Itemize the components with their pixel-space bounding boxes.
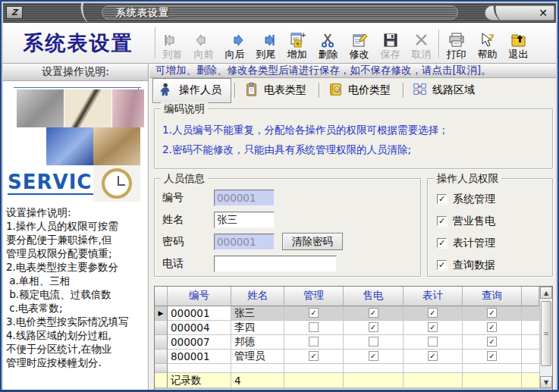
tab-操作人员[interactable]: 操作人员 xyxy=(152,78,231,103)
grid-checkbox-icon[interactable]: ✓ xyxy=(487,337,497,347)
grid-checkbox-icon[interactable]: ✓ xyxy=(428,351,438,361)
permission-表计管理[interactable]: ✓表计管理 xyxy=(437,232,546,254)
checkbox-icon[interactable]: ✓ xyxy=(437,238,447,248)
checkbox-icon[interactable]: ✓ xyxy=(437,216,447,226)
column-header-表计[interactable]: 表计 xyxy=(404,287,463,306)
person-fields: 编号姓名密码清除密码电话 xyxy=(162,187,414,274)
app-logo-icon[interactable]: Z xyxy=(6,6,23,19)
tab-label: 操作人员 xyxy=(179,83,221,97)
vertical-scroll-track[interactable] xyxy=(540,368,552,376)
toolbar-button-删除[interactable]: 删除 xyxy=(312,25,344,63)
checkbox-icon[interactable]: ✓ xyxy=(437,194,447,204)
cell-id: 000004 xyxy=(168,321,231,335)
field-input-编号[interactable] xyxy=(214,190,275,206)
grid-checkbox-icon[interactable]: ✓ xyxy=(487,322,497,332)
toolbar-button-到首: 到首 xyxy=(157,25,188,63)
permission-系统管理[interactable]: ✓系统管理 xyxy=(437,188,546,210)
tab-电表类型[interactable]: 电表类型 xyxy=(238,79,316,102)
tab-电价类型[interactable]: @电价类型 xyxy=(322,79,400,102)
cell-check: ✓ xyxy=(463,335,522,350)
toolbar-button-到尾[interactable]: 到尾 xyxy=(250,25,281,63)
grid-cell xyxy=(344,364,404,374)
cell-check xyxy=(344,335,404,350)
column-header-售电[interactable]: 售电 xyxy=(344,287,404,306)
grid-header-row: 编号姓名管理售电表计查询 xyxy=(155,287,539,306)
coding-note-line: 1.人员编号不能重复，分配给各操作员的权限可根据需要选择； xyxy=(162,120,546,140)
cell-check: ✓ xyxy=(404,306,463,321)
scroll-right-icon[interactable]: ▶ xyxy=(528,389,540,392)
grid-checkbox-icon[interactable]: ✓ xyxy=(487,351,497,361)
column-header-编号[interactable]: 编号 xyxy=(168,287,231,306)
scroll-left-icon[interactable]: ◀ xyxy=(155,389,167,392)
toolbar-button-修改[interactable]: 修改 xyxy=(344,25,375,63)
nav-first-icon xyxy=(165,30,181,49)
permission-查询数据[interactable]: ✓查询数据 xyxy=(437,254,546,276)
cell-check xyxy=(284,321,344,335)
column-header-管理[interactable]: 管理 xyxy=(284,287,344,306)
cell-name: 张三 xyxy=(231,306,284,321)
grid-checkbox-icon[interactable]: ✓ xyxy=(369,308,378,318)
permission-label: 系统管理 xyxy=(453,193,495,206)
grid-checkbox-icon[interactable]: ✓ xyxy=(309,351,319,361)
grid-cell xyxy=(463,373,522,388)
instruction-line: 1.操作人员的权限可按需 xyxy=(6,219,146,233)
mid-row: 人员信息 编号姓名密码清除密码电话 操作人员权限 ✓系统管理✓营业售电✓表计管理… xyxy=(154,178,553,277)
horizontal-scroll-track[interactable] xyxy=(193,389,528,392)
instruction-line: 不便于分区统计,在物业 xyxy=(6,342,146,356)
checkbox-icon[interactable]: ✓ xyxy=(437,260,447,270)
column-header-姓名[interactable]: 姓名 xyxy=(231,287,284,306)
coding-notes-lines: 1.人员编号不能重复，分配给各操作员的权限可根据需要选择；2.密码不能修改，只能… xyxy=(162,120,546,159)
clear-password-button[interactable]: 清除密码 xyxy=(282,233,343,250)
cell-name: 邦德 xyxy=(231,335,284,350)
grid-checkbox-icon[interactable]: ✓ xyxy=(428,308,438,318)
field-input-电话[interactable] xyxy=(214,256,337,272)
permission-items: ✓系统管理✓营业售电✓表计管理✓查询数据 xyxy=(437,188,546,276)
column-header-查询[interactable]: 查询 xyxy=(463,287,522,306)
grid-checkbox-icon[interactable] xyxy=(428,337,438,347)
grid-checkbox-icon[interactable]: ✓ xyxy=(309,308,319,318)
toolbar-button-向前: 向前 xyxy=(188,25,219,63)
horizontal-scrollbar[interactable]: ◀ ▶ xyxy=(155,388,552,392)
grid-checkbox-icon[interactable]: ✓ xyxy=(487,308,497,318)
grid-cell xyxy=(404,364,463,374)
toolbar-button-帮助[interactable]: ?帮助 xyxy=(472,25,503,63)
scroll-up-icon[interactable]: ▲ xyxy=(540,287,552,299)
field-row-姓名: 姓名 xyxy=(162,209,414,230)
table-row[interactable]: 000007邦德✓ xyxy=(155,335,539,350)
svg-text:?: ? xyxy=(488,32,495,43)
field-input-姓名[interactable] xyxy=(214,212,275,228)
tab-label: 线路区域 xyxy=(432,83,475,97)
vertical-scrollbar[interactable]: ▲ ≡ ▼ xyxy=(539,287,552,388)
notice-bar: 可增加、删除、修改各类型后请进行保存，如不保存修改，请点击[取消]。 xyxy=(149,64,556,78)
permission-营业售电[interactable]: ✓营业售电 xyxy=(437,210,546,232)
field-label: 电话 xyxy=(162,257,214,271)
grid-checkbox-icon[interactable] xyxy=(369,337,378,347)
grid-checkbox-icon[interactable] xyxy=(309,322,319,332)
record-count-label: 记录数 xyxy=(168,373,231,388)
tab-线路区域[interactable]: + +线路区域 xyxy=(407,79,484,102)
close-icon[interactable]: ✕ xyxy=(539,8,548,18)
grid-checkbox-icon[interactable]: ✓ xyxy=(369,351,378,361)
help-icon: ? xyxy=(479,30,496,49)
vertical-scroll-thumb[interactable]: ≡ xyxy=(541,301,551,366)
row-indicator xyxy=(155,350,168,364)
toolbar-button-向后[interactable]: 向后 xyxy=(219,25,250,63)
sidebar-body: SERVICE 设置操作说明:1.操作人员的权限可按需要分配便于兼职操作,但管理… xyxy=(3,81,148,391)
scroll-down-icon[interactable]: ▼ xyxy=(540,376,552,388)
grid-checkbox-icon[interactable] xyxy=(309,337,319,347)
grid-cell xyxy=(344,373,404,388)
grid-checkbox-icon[interactable]: ✓ xyxy=(369,322,378,332)
grid-checkbox-icon[interactable]: ✓ xyxy=(428,322,438,332)
instruction-line: 设置操作说明: xyxy=(6,205,146,219)
table-row[interactable]: ▶000001张三✓✓✓✓ xyxy=(155,306,539,321)
cell-check: ✓ xyxy=(344,306,404,321)
field-input-密码[interactable] xyxy=(214,234,275,250)
toolbar-button-退出[interactable]: 退出 xyxy=(503,25,534,63)
table-row[interactable]: 000004李四✓✓✓ xyxy=(155,321,539,335)
toolbar-button-增加[interactable]: ✶ +增加 xyxy=(281,25,312,63)
svg-text:+: + xyxy=(418,89,422,94)
table-row[interactable]: 800001管理员✓✓✓✓ xyxy=(155,350,539,364)
scrollbar-corner xyxy=(540,389,552,392)
toolbar-button-打印[interactable]: 打印 xyxy=(441,25,472,63)
permission-label: 营业售电 xyxy=(453,215,495,228)
